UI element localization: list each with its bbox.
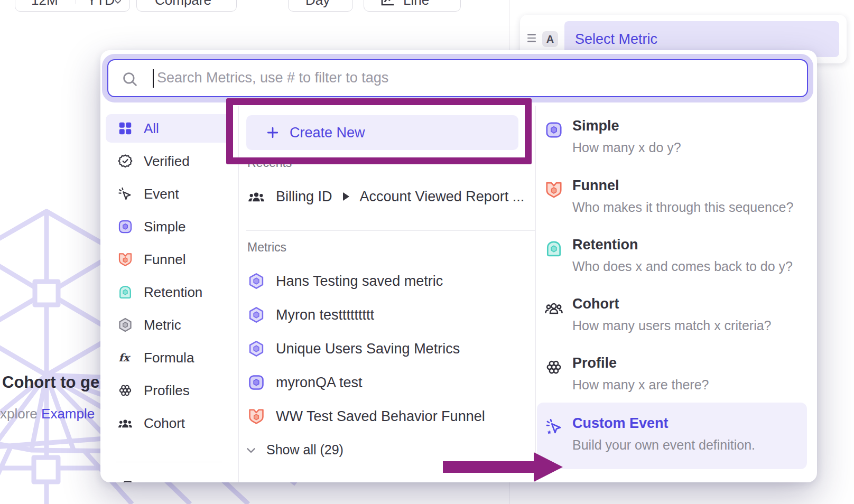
sidebar-label: All xyxy=(144,120,159,137)
metric-item-label: Unique Users Saving Metrics xyxy=(276,341,460,357)
sidebar-label: Metric xyxy=(144,317,181,333)
sidebar-item-simple[interactable]: Simple xyxy=(106,212,233,241)
metric-list-item[interactable]: Unique Users Saving Metrics xyxy=(247,337,460,360)
search-input[interactable] xyxy=(157,60,791,96)
sidebar-item-cohort[interactable]: Cohort xyxy=(106,409,233,437)
metric-list-item[interactable]: myronQA test xyxy=(247,371,363,394)
create-new-button[interactable]: Create New xyxy=(246,115,518,150)
sidebar-label: Verified xyxy=(144,153,190,170)
sidebar-item-metric[interactable]: Metric xyxy=(106,311,233,339)
metric-item-label: WW Test Saved Behavior Funnel xyxy=(276,408,485,425)
range-ytd-button[interactable]: YTD xyxy=(87,0,115,8)
sidebar-item-funnel[interactable]: Funnel xyxy=(106,245,233,274)
compare-button[interactable]: Compare xyxy=(136,0,237,12)
granularity-button[interactable]: Day xyxy=(288,0,353,12)
profile-icon xyxy=(544,358,563,377)
example-link[interactable]: Example xyxy=(41,406,95,422)
show-all-toggle[interactable]: Show all (29) xyxy=(244,442,344,458)
category-description: Who does x and comes back to do y? xyxy=(572,259,793,274)
metric-item-label: myronQA test xyxy=(276,375,363,391)
drag-handle-icon[interactable] xyxy=(527,34,536,44)
range-12m-button[interactable]: 12M xyxy=(31,0,58,8)
sidebar-item-verified[interactable]: Verified xyxy=(106,147,233,175)
search-box xyxy=(107,59,808,97)
metric-icon xyxy=(247,272,265,290)
funnel-icon xyxy=(247,407,265,425)
sidebar-label: Formula xyxy=(144,350,194,366)
category-description: How many x do y? xyxy=(572,140,681,155)
empty-state-headline: Cohort to ge xyxy=(2,373,99,392)
event-icon xyxy=(117,186,133,202)
segment-divider xyxy=(76,0,76,4)
sidebar-item-tags[interactable]: Tags xyxy=(106,473,233,482)
date-range-segmented-control[interactable]: 12M YTD xyxy=(15,0,130,12)
search-icon xyxy=(121,70,139,88)
category-cohort[interactable]: Cohort How many users match x criteria? xyxy=(537,296,807,343)
sidebar-label: Tags xyxy=(144,479,173,483)
metric-list-item[interactable]: Hans Testing saved metric xyxy=(247,269,443,293)
category-simple[interactable]: Simple How many x do y? xyxy=(537,118,807,165)
category-title: Simple xyxy=(572,118,619,134)
column-divider xyxy=(238,106,239,482)
metric-icon xyxy=(247,306,265,324)
metric-icon xyxy=(117,317,133,333)
text-cursor xyxy=(153,69,154,88)
chevron-down-icon xyxy=(113,0,123,7)
verified-icon xyxy=(117,153,133,169)
sidebar-divider xyxy=(116,462,222,462)
cohort-icon xyxy=(117,415,133,431)
compare-label: Compare xyxy=(155,0,211,8)
category-profile[interactable]: Profile How many x are there? xyxy=(537,355,807,403)
category-description: How many x are there? xyxy=(572,377,709,393)
grid-icon xyxy=(117,120,133,136)
svg-text:fx: fx xyxy=(119,351,132,364)
recent-item-secondary: Account Viewed Report ... xyxy=(360,189,525,205)
cohort-icon xyxy=(247,188,265,206)
category-title: Cohort xyxy=(572,296,619,312)
section-divider xyxy=(246,230,535,231)
sidebar-item-formula[interactable]: fx Formula xyxy=(106,343,233,372)
tag-icon xyxy=(117,479,133,482)
granularity-label: Day xyxy=(305,0,330,8)
category-description: How many users match x criteria? xyxy=(572,318,772,333)
metrics-section-label: Metrics xyxy=(247,240,286,255)
retention-icon xyxy=(544,239,563,258)
sidebar-label: Retention xyxy=(144,284,202,301)
annotation-arrow-head xyxy=(534,452,563,482)
simple-icon xyxy=(117,219,133,235)
category-title: Custom Event xyxy=(572,415,669,432)
chevron-down-icon xyxy=(244,443,258,457)
funnel-icon xyxy=(117,251,133,267)
metric-list-item[interactable]: WW Test Saved Behavior Funnel xyxy=(247,405,485,428)
plus-icon xyxy=(265,125,280,140)
sidebar-item-retention[interactable]: Retention xyxy=(106,278,233,306)
category-retention[interactable]: Retention Who does x and comes back to d… xyxy=(537,237,807,284)
sidebar-item-all[interactable]: All xyxy=(106,114,233,143)
chart-type-button[interactable]: Line xyxy=(364,0,461,12)
simple-icon xyxy=(544,120,563,139)
line-chart-icon xyxy=(379,0,396,8)
sidebar-label: Simple xyxy=(144,219,185,235)
metric-list-item[interactable]: Myron testtttttttt xyxy=(247,303,374,326)
category-funnel[interactable]: Funnel Who makes it through this sequenc… xyxy=(537,178,807,225)
funnel-icon xyxy=(544,180,563,199)
sidebar-label: Funnel xyxy=(144,251,186,268)
metric-picker-panel: All Verified Event Simple Funnel Retenti… xyxy=(100,50,817,482)
category-title: Funnel xyxy=(572,178,619,194)
create-new-label: Create New xyxy=(290,125,365,141)
subtext-fragment: xplore xyxy=(0,406,38,422)
category-custom-event[interactable]: Custom Event Build your own event defini… xyxy=(537,403,807,469)
recent-item[interactable]: Billing ID Account Viewed Report ... xyxy=(247,185,524,208)
chart-type-label: Line xyxy=(403,0,429,8)
sidebar-item-event[interactable]: Event xyxy=(106,180,233,208)
sidebar-item-profiles[interactable]: Profiles xyxy=(106,376,233,405)
cohort-icon xyxy=(544,298,563,318)
empty-state-subtext: xplore Example xyxy=(0,406,95,422)
category-description: Who makes it through this sequence? xyxy=(572,200,793,215)
recent-item-primary: Billing ID xyxy=(276,189,332,205)
simple-icon xyxy=(247,374,265,391)
sidebar-label: Profiles xyxy=(144,382,190,399)
column-divider xyxy=(535,106,536,482)
show-all-label: Show all (29) xyxy=(266,442,344,458)
retention-icon xyxy=(117,284,133,300)
